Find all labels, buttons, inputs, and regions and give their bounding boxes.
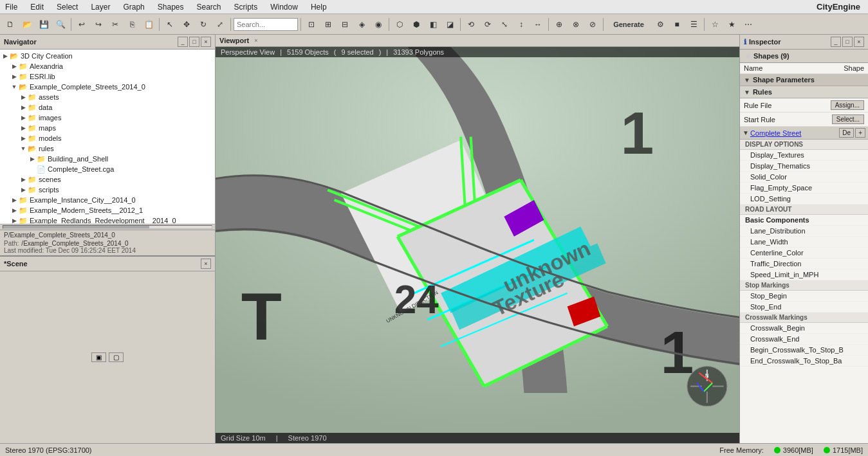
assign-btn[interactable]: Assign... xyxy=(831,100,864,110)
tree-arrow-example-instance[interactable]: ▶ xyxy=(10,196,18,204)
tool8[interactable]: ◧ xyxy=(425,17,441,32)
generate-btn[interactable]: Generate xyxy=(606,17,651,32)
generate-settings[interactable]: ⚙ xyxy=(652,17,668,32)
tree-item-scripts[interactable]: ▶📁scripts xyxy=(0,185,215,195)
scene-close-btn[interactable]: × xyxy=(201,259,211,269)
tree-item-esri-lib[interactable]: ▶📁ESRI.lib xyxy=(0,71,215,82)
tree-arrow-3d-city[interactable]: ▶ xyxy=(1,52,9,60)
tool16[interactable]: ⊗ xyxy=(568,17,584,32)
menu-window[interactable]: Window xyxy=(268,1,300,13)
scene-ctrl1[interactable]: ▣ xyxy=(91,352,106,362)
menu-shapes[interactable]: Shapes xyxy=(155,1,187,13)
tree-item-models[interactable]: ▶📁models xyxy=(0,133,215,143)
tool1[interactable]: ⊡ xyxy=(304,17,319,32)
open-btn[interactable]: 📂 xyxy=(19,17,35,32)
tool6[interactable]: ⬡ xyxy=(392,17,407,32)
tree-arrow-models[interactable]: ▶ xyxy=(19,134,27,142)
view-btn3[interactable]: ⋯ xyxy=(741,17,756,32)
new-btn[interactable]: 🗋 xyxy=(3,17,18,32)
tree-arrow-example-complete[interactable]: ▼ xyxy=(10,83,18,91)
tool15[interactable]: ⊕ xyxy=(551,17,567,32)
tool9[interactable]: ◪ xyxy=(442,17,457,32)
tree-item-3d-city[interactable]: ▶📂3D City Creation xyxy=(0,51,215,61)
tree-item-rules[interactable]: ▼📂rules xyxy=(0,143,215,154)
tree-arrow-images[interactable]: ▶ xyxy=(19,114,27,122)
viewport-tab-close[interactable]: × xyxy=(254,37,257,44)
copy-btn[interactable]: ⎘ xyxy=(124,17,140,32)
menu-help[interactable]: Help xyxy=(308,1,329,13)
nav-maximize-btn[interactable]: □ xyxy=(189,37,199,47)
tree-arrow-assets[interactable]: ▶ xyxy=(19,93,27,101)
tool12[interactable]: ⤡ xyxy=(497,17,512,32)
tree-arrow-scripts[interactable]: ▶ xyxy=(19,186,27,194)
tree-item-alexandria[interactable]: ▶📁Alexandria xyxy=(0,61,215,71)
tree-arrow-example-redlands[interactable]: ▶ xyxy=(10,217,18,224)
basic-components[interactable]: Basic Components xyxy=(740,215,868,226)
tree-item-example-instance[interactable]: ▶📁Example_Instance_City__2014_0 xyxy=(0,195,215,205)
menu-file[interactable]: File xyxy=(3,1,20,13)
redo-btn[interactable]: ↪ xyxy=(91,17,106,32)
speed-limit[interactable]: Speed_Limit_in_MPH xyxy=(740,269,868,280)
generate-stop[interactable]: ■ xyxy=(669,17,685,32)
tree-arrow-esri-lib[interactable]: ▶ xyxy=(10,73,18,80)
tool2[interactable]: ⊞ xyxy=(320,17,336,32)
tree-item-example-complete[interactable]: ▼📂Example_Complete_Streets_2014_0 xyxy=(0,82,215,92)
solid-color[interactable]: Solid_Color xyxy=(740,172,868,183)
display-textures[interactable]: Display_Textures xyxy=(740,150,868,161)
menu-graph[interactable]: Graph xyxy=(120,1,147,13)
stop-end[interactable]: Stop_End xyxy=(740,302,868,313)
inspector-maximize[interactable]: □ xyxy=(842,37,853,47)
tool5[interactable]: ◉ xyxy=(371,17,386,32)
tree-item-images[interactable]: ▶📁images xyxy=(0,113,215,123)
viewport-tab[interactable]: Viewport xyxy=(219,37,249,44)
end-crosswalk-stop[interactable]: End_Crosswalk_To_Stop_Ba xyxy=(740,356,868,367)
cut-btn[interactable]: ✂ xyxy=(107,17,123,32)
tree-arrow-maps[interactable]: ▶ xyxy=(19,124,27,132)
add-param-btn[interactable]: + xyxy=(855,128,865,138)
inspector-close[interactable]: × xyxy=(854,37,864,47)
view-btn2[interactable]: ★ xyxy=(724,17,739,32)
tree-item-example-modern[interactable]: ▶📁Example_Modern_Streets__2012_1 xyxy=(0,205,215,215)
centerline-color[interactable]: Centerline_Color xyxy=(740,248,868,259)
tree-arrow-data[interactable]: ▶ xyxy=(19,104,27,111)
search-btn[interactable]: 🔍 xyxy=(53,17,68,32)
tree-item-scenes[interactable]: ▶📁scenes xyxy=(0,174,215,185)
menu-edit[interactable]: Edit xyxy=(28,1,46,13)
tree-item-data[interactable]: ▶📁data xyxy=(0,102,215,113)
shape-params-header[interactable]: ▼ Shape Parameters xyxy=(740,74,868,86)
menu-search[interactable]: Search xyxy=(194,1,223,13)
tool11[interactable]: ⟳ xyxy=(480,17,495,32)
tool10[interactable]: ⟲ xyxy=(463,17,479,32)
tree-arrow-scenes[interactable]: ▶ xyxy=(19,176,27,183)
viewport-canvas[interactable]: Perspective View | 5159 Objects (9 selec… xyxy=(216,47,739,433)
crosswalk-end[interactable]: Crosswalk_End xyxy=(740,334,868,345)
menu-select[interactable]: Select xyxy=(54,1,80,13)
move-btn[interactable]: ✥ xyxy=(179,17,194,32)
tool17[interactable]: ⊘ xyxy=(585,17,600,32)
nav-close-btn[interactable]: × xyxy=(201,37,211,47)
save-btn[interactable]: 💾 xyxy=(36,17,51,32)
tree-item-assets[interactable]: ▶📁assets xyxy=(0,92,215,102)
de-btn[interactable]: De xyxy=(839,128,854,138)
paste-btn[interactable]: 📋 xyxy=(141,17,156,32)
undo-btn[interactable]: ↩ xyxy=(74,17,89,32)
tree-arrow-building-shell[interactable]: ▶ xyxy=(28,155,36,163)
toolbar-search-input[interactable] xyxy=(234,18,298,31)
lod-setting[interactable]: LOD_Setting xyxy=(740,194,868,205)
crosswalk-begin[interactable]: Crosswalk_Begin xyxy=(740,323,868,334)
select-btn[interactable]: Select... xyxy=(832,114,864,124)
tree-arrow-example-modern[interactable]: ▶ xyxy=(10,206,18,214)
scene-svg[interactable]: unknown Texture T 1 1 24 UNKNOWN DIRECTI… xyxy=(216,47,739,433)
generate-options[interactable]: ☰ xyxy=(686,17,701,32)
nav-minimize-btn[interactable]: _ xyxy=(178,37,188,47)
tool13[interactable]: ↕ xyxy=(513,17,529,32)
tree-item-example-redlands[interactable]: ▶📁Example_Redlands_Redevelopment__2014_0 xyxy=(0,215,215,224)
menu-scripts[interactable]: Scripts xyxy=(232,1,261,13)
rotate-btn[interactable]: ↻ xyxy=(196,17,211,32)
tool4[interactable]: ◈ xyxy=(354,17,369,32)
tree-arrow-rules[interactable]: ▼ xyxy=(19,145,27,152)
complete-street-link[interactable]: Complete Street xyxy=(750,129,801,137)
tool14[interactable]: ↔ xyxy=(530,17,546,32)
flag-empty-space[interactable]: Flag_Empty_Space xyxy=(740,183,868,194)
shapes-tab[interactable]: ◈ Shapes (9) xyxy=(740,50,868,63)
